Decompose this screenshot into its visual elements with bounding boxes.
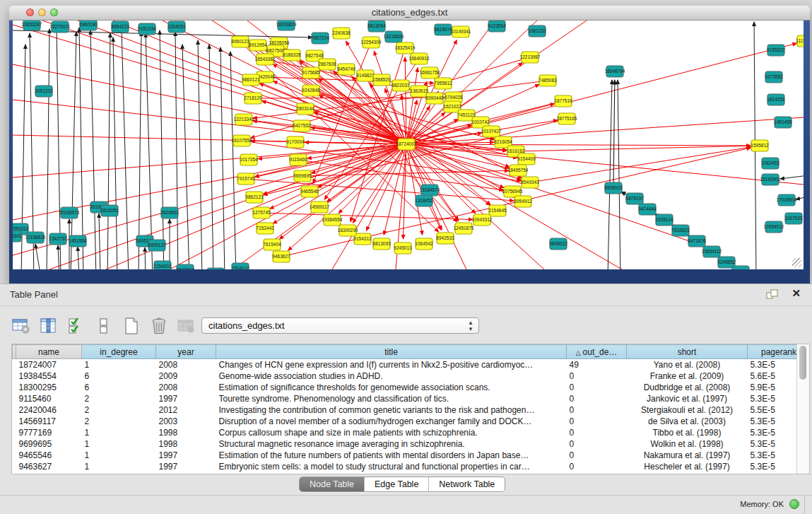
- graph-node[interactable]: 8427552: [293, 120, 311, 132]
- citation-graph[interactable]: 1872400710653287152700216960190865422391…: [13, 21, 804, 269]
- graph-node[interactable]: 16961758: [420, 67, 440, 78]
- graph-node[interactable]: 9474444: [638, 204, 657, 215]
- graph-node[interactable]: 15270021: [50, 21, 71, 33]
- graph-node[interactable]: 9151334: [138, 23, 156, 35]
- table-selector[interactable]: citations_edges.txt ▲▼: [201, 317, 479, 334]
- graph-node[interactable]: 11154984: [796, 35, 804, 47]
- graph-node[interactable]: 7955812: [434, 78, 452, 89]
- create-column-icon[interactable]: [122, 315, 141, 337]
- delete-table-icon[interactable]: [177, 315, 196, 337]
- graph-node[interactable]: 9242848: [302, 85, 320, 96]
- column-header-name[interactable]: name: [16, 345, 82, 359]
- graph-node[interactable]: 7615404: [263, 239, 281, 250]
- graph-node[interactable]: 1342737: [49, 233, 67, 245]
- graph-node[interactable]: 8960123: [231, 36, 249, 47]
- table-scrollbar[interactable]: [796, 344, 809, 474]
- graph-node[interactable]: 12156835: [25, 232, 46, 243]
- graph-node[interactable]: 9245013: [394, 243, 412, 254]
- show-columns-icon[interactable]: [39, 315, 59, 337]
- graph-node[interactable]: 18724007: [396, 139, 417, 150]
- graph-node[interactable]: 1318451: [415, 195, 433, 206]
- graph-node[interactable]: 6879197: [625, 193, 644, 204]
- graph-node[interactable]: 2640013: [176, 264, 194, 269]
- graph-node[interactable]: 5905137: [148, 240, 166, 251]
- graph-node[interactable]: 2620651: [160, 207, 179, 218]
- tab-node-table[interactable]: Node Table: [300, 477, 365, 491]
- graph-node[interactable]: 3913341: [13, 230, 22, 242]
- table-row[interactable]: 1872400712008Changes of HCN gene express…: [13, 359, 797, 371]
- column-header-short[interactable]: short: [627, 345, 748, 359]
- graph-node[interactable]: 9273552: [765, 71, 783, 83]
- graph-node[interactable]: 7857224: [311, 33, 329, 44]
- graph-node[interactable]: 2867608: [318, 59, 336, 70]
- graph-node[interactable]: 2718120: [244, 93, 262, 104]
- graph-node[interactable]: 9699695: [293, 170, 312, 182]
- graph-node[interactable]: 8454749: [337, 64, 355, 75]
- graph-node[interactable]: 18325419: [395, 42, 416, 54]
- graph-node[interactable]: 1017354: [240, 154, 258, 165]
- graph-node[interactable]: 8549343: [521, 177, 539, 188]
- delete-columns-icon[interactable]: [149, 315, 169, 337]
- select-all-columns-icon[interactable]: [66, 315, 86, 337]
- graph-node[interactable]: 2154645: [488, 205, 507, 216]
- graph-node[interactable]: 2935114: [656, 214, 673, 226]
- graph-node[interactable]: 15192901: [760, 174, 781, 185]
- graph-node[interactable]: 10653287: [22, 21, 42, 30]
- graph-node[interactable]: 16107554: [232, 135, 252, 146]
- graph-node[interactable]: 9123554: [488, 21, 506, 32]
- graph-node[interactable]: 8938923: [604, 182, 623, 194]
- graph-node[interactable]: 1814251: [767, 94, 785, 105]
- graph-node[interactable]: 16648794: [605, 66, 625, 77]
- graph-node[interactable]: 8990448: [425, 93, 444, 104]
- graph-node[interactable]: 1877516: [554, 95, 572, 107]
- graph-node[interactable]: 9175685: [302, 67, 320, 78]
- graph-node[interactable]: 18495754: [508, 165, 529, 176]
- graph-node[interactable]: 8942533: [436, 233, 454, 244]
- graph-node[interactable]: 14569117: [310, 201, 330, 213]
- graph-node[interactable]: 8654223: [111, 21, 129, 33]
- graph-node[interactable]: 9824501: [731, 266, 750, 269]
- graph-node[interactable]: 7504112: [232, 263, 249, 269]
- unselect-all-columns-icon[interactable]: [94, 315, 114, 337]
- graph-node[interactable]: 7915745: [237, 173, 255, 185]
- graph-node[interactable]: 9155322: [767, 45, 785, 56]
- table-row[interactable]: 1456911722003Disruption of a novel membe…: [13, 416, 797, 427]
- graph-node[interactable]: 2154001: [153, 261, 172, 269]
- graph-node[interactable]: 6960190: [79, 21, 98, 30]
- column-header-title[interactable]: title: [216, 345, 567, 359]
- graph-node[interactable]: 10954012: [764, 221, 784, 233]
- memory-status-indicator[interactable]: [789, 499, 799, 509]
- graph-node[interactable]: 1275745: [252, 207, 271, 218]
- graph-node[interactable]: 1588520: [372, 74, 391, 86]
- graph-node[interactable]: 9465546: [300, 186, 319, 197]
- graph-node[interactable]: 8912954: [249, 40, 267, 51]
- graph-node[interactable]: 9860121: [242, 74, 260, 86]
- table-row[interactable]: 946362711997Embryonic stem cells: a mode…: [13, 461, 797, 472]
- graph-node[interactable]: 8154221: [206, 268, 225, 269]
- graph-node[interactable]: 20206576: [59, 207, 80, 218]
- graph-node[interactable]: 19384554: [322, 214, 343, 226]
- graph-node[interactable]: 9845012: [549, 238, 567, 250]
- table-scrollbar-thumb[interactable]: [799, 346, 806, 380]
- graph-node[interactable]: 7152442: [256, 223, 274, 234]
- graph-node[interactable]: 9862123: [245, 192, 264, 203]
- table-row[interactable]: 1938455462009Genome-wide association stu…: [13, 370, 797, 382]
- graph-node[interactable]: 1064542: [415, 238, 433, 250]
- graph-node[interactable]: 8813054: [367, 21, 386, 32]
- tab-network-table[interactable]: Network Table: [429, 477, 505, 491]
- graph-node[interactable]: 2616051: [100, 205, 119, 216]
- table-row[interactable]: 2242004622012Investigating the contribut…: [13, 404, 797, 416]
- graph-node[interactable]: 8813093: [372, 238, 391, 250]
- graph-node[interactable]: 9154409: [517, 153, 536, 165]
- graph-node[interactable]: 1451554: [69, 235, 87, 247]
- table-row[interactable]: 946554611997Estimation of the future num…: [13, 450, 797, 461]
- column-header-indegree[interactable]: in_degree: [82, 345, 156, 359]
- column-header-outde[interactable]: △out_de…: [567, 345, 627, 359]
- canvas-resize-grip[interactable]: [792, 258, 801, 267]
- graph-node[interactable]: 9170004: [286, 136, 305, 148]
- graph-node[interactable]: 16543382: [255, 54, 276, 65]
- graph-node[interactable]: 8186328: [283, 49, 301, 61]
- graph-node[interactable]: 9463627: [272, 251, 290, 262]
- network-window-titlebar[interactable]: citations_edges.txt: [9, 6, 810, 21]
- graph-node[interactable]: 12451875: [454, 223, 474, 234]
